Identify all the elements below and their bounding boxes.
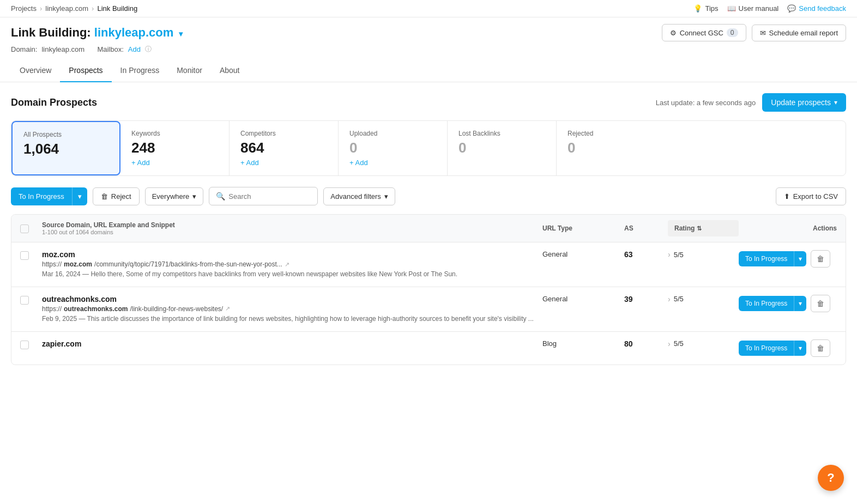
domain-name: zapier.com: [42, 339, 542, 348]
as-value-cell: 39: [624, 295, 668, 303]
tabs: Overview Prospects In Progress Monitor A…: [0, 59, 857, 82]
export-csv-button[interactable]: ⬆ Export to CSV: [776, 187, 846, 205]
url-type-cell: General: [542, 250, 624, 258]
tips-icon: 💡: [693, 4, 702, 13]
card-uploaded-value: 0: [349, 139, 436, 156]
card-all-prospects[interactable]: All Prospects 1,064: [11, 121, 120, 175]
card-uploaded-add[interactable]: + Add: [349, 159, 436, 167]
domain-url: https://moz.com/community/q/topic/71971/…: [42, 260, 542, 268]
tab-overview[interactable]: Overview: [11, 59, 60, 82]
tab-prospects[interactable]: Prospects: [60, 59, 111, 82]
advanced-filters-button[interactable]: Advanced filters ▾: [323, 187, 395, 205]
schedule-email-button[interactable]: ✉ Schedule email report: [752, 25, 846, 41]
row-to-in-progress-button[interactable]: To In Progress ▾: [739, 251, 806, 266]
url-rest: /community/q/topic/71971/backlinks-from-…: [94, 260, 282, 268]
card-lost-backlinks[interactable]: Lost Backlinks 0: [448, 121, 557, 175]
row-delete-button[interactable]: 🗑: [811, 295, 830, 312]
row-action-label: To In Progress: [739, 296, 794, 311]
search-input[interactable]: [228, 192, 305, 201]
card-all-prospects-value: 1,064: [23, 141, 108, 157]
url-rest: /link-building-for-news-websites/: [130, 305, 223, 313]
mailbox-add-link[interactable]: Add: [128, 45, 141, 53]
tips-label: Tips: [705, 4, 718, 13]
card-competitors-add[interactable]: + Add: [240, 159, 327, 167]
breadcrumb-projects[interactable]: Projects: [11, 4, 37, 13]
actions-cell: To In Progress ▾ 🗑: [739, 295, 837, 312]
card-competitors-label: Competitors: [240, 130, 327, 137]
select-all-checkbox[interactable]: [20, 224, 29, 233]
book-icon: 📖: [727, 4, 736, 13]
rating-value: 5/5: [674, 339, 684, 348]
table-header: Source Domain, URL Example and Snippet 1…: [11, 215, 846, 242]
update-prospects-button[interactable]: Update prospects ▾: [762, 93, 846, 112]
row-checkbox[interactable]: [20, 251, 29, 260]
everywhere-chevron-icon: ▾: [192, 192, 196, 201]
url-bold: moz.com: [64, 260, 92, 268]
tab-in-progress[interactable]: In Progress: [112, 59, 168, 82]
tab-monitor[interactable]: Monitor: [168, 59, 211, 82]
rating-value: 5/5: [674, 295, 684, 303]
actions-cell: To In Progress ▾ 🗑: [739, 250, 837, 268]
domain-cell: outreachmonks.com https://outreachmonks.…: [42, 295, 542, 324]
table-row: zapier.com Blog 80 › 5/5 To In Progress …: [11, 332, 846, 365]
rating-cell: › 5/5: [668, 250, 739, 259]
domain-url: https://outreachmonks.com/link-building-…: [42, 305, 542, 313]
rating-expand-icon[interactable]: ›: [668, 339, 671, 348]
row-action-chevron-icon[interactable]: ▾: [794, 251, 806, 266]
gsc-badge: 0: [727, 28, 738, 37]
everywhere-dropdown[interactable]: Everywhere ▾: [145, 187, 204, 205]
domain-snippet: Feb 9, 2025 — This article discusses the…: [42, 314, 542, 324]
domain-dropdown[interactable]: linkyleap.com: [94, 26, 174, 39]
domain-chevron-icon: ▾: [179, 29, 183, 38]
card-keywords[interactable]: Keywords 248 + Add: [120, 121, 230, 175]
feedback-icon: 💬: [787, 4, 796, 13]
update-chevron-icon: ▾: [834, 99, 837, 106]
card-rejected[interactable]: Rejected 0: [557, 121, 666, 175]
rating-expand-icon[interactable]: ›: [668, 250, 671, 259]
rating-expand-icon[interactable]: ›: [668, 295, 671, 303]
tips-link[interactable]: 💡 Tips: [693, 4, 718, 13]
domain-label: Domain:: [11, 45, 37, 53]
header-url-type: URL Type: [542, 224, 624, 232]
external-link-icon[interactable]: ↗: [285, 261, 289, 268]
tab-about[interactable]: About: [211, 59, 249, 82]
header-actions: Actions: [739, 224, 837, 232]
header-row2: Domain: linkyleap.com Mailbox: Add ⓘ: [11, 45, 846, 54]
connect-gsc-button[interactable]: ⚙ Connect GSC 0: [662, 24, 746, 41]
page-title-text: Link Building:: [11, 26, 91, 39]
external-link-icon[interactable]: ↗: [225, 305, 230, 312]
row-to-in-progress-button[interactable]: To In Progress ▾: [739, 341, 806, 356]
row-to-in-progress-button[interactable]: To In Progress ▾: [739, 296, 806, 311]
card-keywords-add[interactable]: + Add: [131, 159, 218, 167]
row-checkbox[interactable]: [20, 341, 29, 349]
row-checkbox[interactable]: [20, 296, 29, 305]
reject-button[interactable]: 🗑 Reject: [93, 187, 140, 205]
header-rating[interactable]: Rating ⇅: [668, 220, 739, 236]
card-rejected-value: 0: [568, 139, 655, 156]
row-action-chevron-icon[interactable]: ▾: [794, 341, 806, 356]
row-delete-button[interactable]: 🗑: [811, 339, 830, 357]
trash-icon: 🗑: [101, 192, 108, 201]
to-in-progress-chevron-icon[interactable]: ▾: [72, 187, 87, 205]
breadcrumb: Projects › linkyleap.com › Link Building: [11, 4, 137, 13]
card-keywords-value: 248: [131, 139, 218, 156]
to-in-progress-button[interactable]: To In Progress ▾: [11, 187, 87, 205]
breadcrumb-domain[interactable]: linkyleap.com: [45, 4, 88, 13]
source-col-label: Source Domain, URL Example and Snippet: [42, 221, 175, 229]
send-feedback-label: Send feedback: [799, 4, 846, 13]
send-feedback-link[interactable]: 💬 Send feedback: [787, 4, 846, 13]
card-competitors[interactable]: Competitors 864 + Add: [230, 121, 339, 175]
row-action-chevron-icon[interactable]: ▾: [794, 296, 806, 311]
connect-gsc-label: Connect GSC: [680, 29, 723, 37]
separator: [89, 45, 93, 53]
breadcrumb-sep1: ›: [40, 4, 42, 13]
card-uploaded[interactable]: Uploaded 0 + Add: [339, 121, 448, 175]
url-bold: outreachmonks.com: [64, 305, 128, 313]
info-icon[interactable]: ⓘ: [145, 45, 152, 54]
breadcrumb-current: Link Building: [97, 4, 137, 13]
row-delete-button[interactable]: 🗑: [811, 250, 830, 268]
user-manual-link[interactable]: 📖 User manual: [727, 4, 779, 13]
mail-icon: ✉: [760, 29, 766, 37]
domain-snippet: Mar 16, 2024 — Hello there, Some of my c…: [42, 270, 542, 279]
rating-col-label: Rating: [674, 224, 695, 232]
